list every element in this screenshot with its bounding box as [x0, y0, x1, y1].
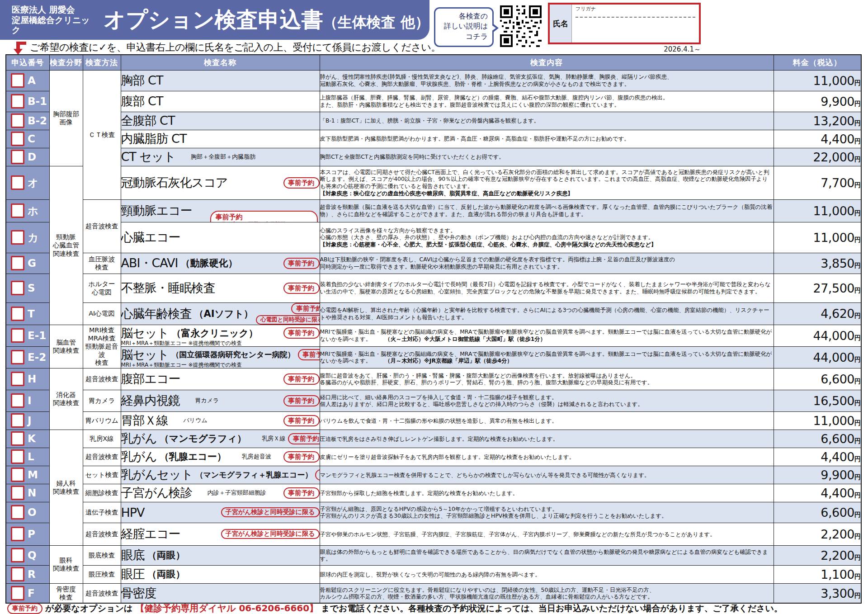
checkbox-ho[interactable] — [11, 203, 24, 218]
checkbox-P[interactable] — [11, 527, 24, 541]
exam-price: 9,900円 — [774, 91, 861, 112]
table-row-ka: カ 心臓エコー 心臓のスライス画像を様々な方向から観察できます。 心臓の形態（大… — [6, 222, 861, 253]
method-ultrasound: 超音波検査 — [83, 583, 121, 603]
col-header-content: 検査内容 — [320, 55, 774, 70]
checkbox-H[interactable] — [11, 372, 24, 386]
advance-reservation-badge: 事前予約 — [288, 433, 320, 444]
instruction-text: ご希望の検査に✓を、申込書右上の欄に氏名をご記入の上、受付にて係員にお渡しくださ… — [30, 41, 441, 54]
exam-name: HPV — [121, 505, 145, 520]
checkbox-N[interactable] — [11, 486, 24, 500]
checkbox-C[interactable] — [11, 132, 24, 146]
checkbox-M[interactable] — [11, 468, 24, 482]
checkbox-O[interactable] — [11, 505, 24, 520]
checkbox-E2[interactable] — [11, 350, 24, 364]
advance-reservation-badge: 事前予約 — [283, 177, 320, 189]
exam-name: 子宮がん検診 — [121, 485, 192, 501]
exam-name: 乳がん — [121, 449, 157, 465]
exam-desc: 装着負担の少ない絆創膏タイプのホルター心電計で長時間（最長7日）心電図を記録する… — [320, 274, 774, 302]
checkbox-R[interactable] — [11, 567, 24, 581]
same-day-limit-badge: 心電図と同時受診に限る — [256, 315, 320, 325]
exam-name: 冠動脈石灰化スコア — [121, 175, 228, 191]
exam-name: 頸動脈エコー — [121, 203, 192, 219]
method-ultrasound: 超音波検査 — [83, 448, 121, 466]
table-row-J: J 胃バリウム 胃部Ｘ線バリウム事前予約 バリウムを飲んで食道・胃・十二指腸の形… — [6, 411, 861, 430]
table-row-N: N 細胞診検査 子宮がん検診内診＋子宮頸部細胞診事前予約 子宮頸部から採取した細… — [6, 484, 861, 502]
category-gynecology: 婦人科 関連検査 — [49, 430, 83, 545]
row-id: カ — [28, 231, 38, 245]
exam-name: 不整脈・睡眠検査 — [121, 280, 215, 296]
checkbox-I[interactable] — [11, 393, 24, 408]
exam-name: 眼圧 — [121, 566, 145, 582]
exam-price: 11,000円 — [774, 411, 861, 430]
advance-reservation-badge: 事前予約 — [283, 487, 320, 499]
exam-desc: ABIは下肢動脈の狭窄・閉塞度を表し、CAVIは心臓から足首までの動脈の硬化度を… — [320, 253, 774, 274]
table-row-B2: B-2 全腹部 CT 「B-1：腹部CT」に加え、膀胱・前立腺・子宮・卵巣などの… — [6, 112, 861, 130]
checkbox-T[interactable] — [11, 307, 24, 321]
col-header-name: 検査名称 — [121, 55, 320, 70]
exam-paren: （乳腺エコー） — [160, 450, 226, 463]
exam-desc: 本スコアは、心電図に同期させて得た心臓CT画面上で、白く光っている石灰化部分の面… — [320, 166, 774, 199]
table-row-O: O 遺伝子検査 HPV子宮がん検診と同時受診に限る 子宮頸がん細胞は、原因となる… — [6, 502, 861, 523]
name-input-area[interactable]: フリガナ — [572, 5, 699, 43]
row-id: E-1 — [28, 330, 46, 341]
exam-paren: （AIソフト） — [194, 307, 254, 320]
category-digestive: 消化器 関連検査 — [49, 368, 83, 430]
exam-name: 胃部Ｘ線 — [121, 412, 168, 429]
checkbox-B2[interactable] — [11, 113, 24, 128]
exam-desc: 眼球の内圧を測定し、視野が狭くなって失明の可能性のある緑内障の有無を調べます。 — [320, 565, 774, 583]
clinic-name: 医療法人 朋愛会 淀屋橋総合クリニック — [12, 5, 94, 35]
advance-reservation-note-bubble: 事前予約（月～金のみ可能：土日祝除く） — [210, 211, 318, 222]
table-row-S: S ホルター 心電図 不整脈・睡眠検査事前予約 装着負担の少ない絆創膏タイプのホ… — [6, 274, 861, 302]
checkbox-K[interactable] — [11, 431, 24, 446]
checkbox-S[interactable] — [11, 281, 24, 295]
exam-desc: 経口用に比べて、細い経鼻用のスコープを挿入して食道・胃・十二指腸の様子を観察しま… — [320, 390, 774, 411]
exam-price: 27,500円 — [774, 274, 861, 302]
advance-reservation-badge: 事前予約 — [7, 603, 42, 614]
exam-price: 44,000円 — [774, 325, 861, 346]
row-id: J — [28, 415, 32, 426]
checkbox-A[interactable] — [11, 73, 24, 88]
exam-name: 乳がん — [121, 430, 157, 447]
table-row-H: H 消化器 関連検査 超音波検査 腹部エコー事前予約 腹部に超音波をあて、肝臓・… — [6, 368, 861, 390]
reservation-phone-number: 【健診予約専用ダイヤル 06-6206-6660】 — [136, 602, 319, 614]
table-row-T: T AI心電図 心臓年齢検査（AIソフト） 事前予約心電図と同時受診に限る 心電… — [6, 302, 861, 325]
exam-price: 4,620円 — [774, 302, 861, 325]
furigana-label: フリガナ — [576, 5, 695, 12]
exam-price: 7,700円 — [774, 166, 861, 199]
same-day-limit-badge: 子宮がん検診と同時受診に限る — [221, 507, 320, 517]
table-row-Q: Q 眼科 関連検査 眼底検査 眼底（両眼） 眼底は体の外部からもっとも鮮明に血管… — [6, 545, 861, 565]
page-title-suffix: （生体検査 他） — [323, 14, 429, 31]
furigana-line — [576, 17, 695, 18]
checkbox-o[interactable] — [11, 175, 24, 190]
row-id: K — [28, 433, 36, 444]
exam-desc: 皮下脂肪型肥満・内臓脂肪型肥満がわかります。肥満・高血圧・糖尿病・高脂血症・脂肪… — [320, 130, 774, 148]
checkbox-D[interactable] — [11, 150, 24, 164]
row-id: G — [28, 257, 36, 269]
advance-reservation-badge: 事前予約 — [283, 327, 320, 339]
advance-reservation-badge: 事前予約 — [298, 349, 320, 360]
checkbox-F[interactable] — [11, 586, 24, 600]
exam-price: 44,000円 — [774, 346, 861, 368]
exam-price: 2,200円 — [774, 545, 861, 565]
checkbox-B1[interactable] — [11, 94, 24, 109]
checkbox-ka[interactable] — [11, 230, 24, 245]
table-row-I: I 胃カメラ 経鼻内視鏡胃カメラ事前予約 経口用に比べて、細い経鼻用のスコープを… — [6, 390, 861, 411]
exam-price: 16,500円 — [774, 390, 861, 411]
exam-name: 経腟エコー — [121, 526, 180, 542]
exam-name: 乳がんセット — [121, 467, 193, 483]
checkbox-J[interactable] — [11, 413, 24, 428]
exam-desc: 超音波を頸動脈（脳に血液を送る大切な血管）に当て、反射した波から動脈硬化の程度を… — [320, 199, 774, 222]
down-arrow-icon — [13, 41, 26, 55]
table-row-E2: E-2 脳セット（国立循環器病研究センター病院）事前予約 MRI＋MRA＋頸動脈… — [6, 346, 861, 368]
row-id: T — [28, 308, 35, 320]
table-row-D: D CT セット胸部＋全腹部＋内臓脂肪 胸部CTと全腹部CTと内臓脂肪測定を同時… — [6, 148, 861, 166]
category-bone-density: 骨密度 検査 — [49, 583, 83, 603]
checkbox-E1[interactable] — [11, 328, 24, 343]
exam-desc: 腹部に超音波をあて、肝臓・胆のう・膵臓・腎臓・脾臓・腹部大動脈などの画像検査を行… — [320, 368, 774, 390]
checkbox-Q[interactable] — [11, 548, 24, 562]
table-row-C: C 内臓脂肪 CT 皮下脂肪型肥満・内臓脂肪型肥満がわかります。肥満・高血圧・糖… — [6, 130, 861, 148]
exam-price: 3,300円 — [774, 583, 861, 603]
checkbox-L[interactable] — [11, 449, 24, 464]
checkbox-G[interactable] — [11, 256, 24, 270]
footer-text-2: までお電話ください。各種検査の予約状況によっては、当日お申込みいただけない場合が… — [321, 603, 783, 614]
